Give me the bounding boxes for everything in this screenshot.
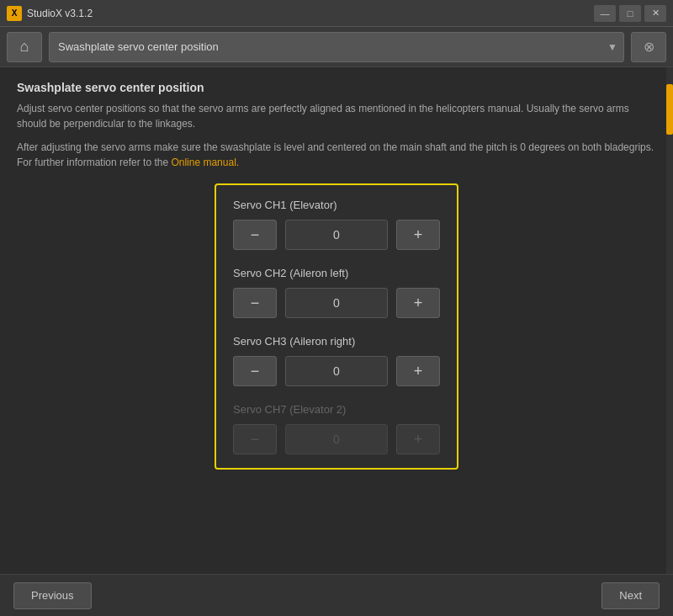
page-dropdown[interactable]: Swashplate servo center position <box>49 32 624 62</box>
main-content: Swashplate servo center position Adjust … <box>0 67 673 574</box>
next-button[interactable]: Next <box>601 582 660 609</box>
servo-ch1-minus-button[interactable]: − <box>233 220 277 250</box>
servo-label-ch3: Servo CH3 (Aileron right) <box>233 335 440 348</box>
home-button[interactable]: ⌂ <box>7 32 42 62</box>
dropdown-wrapper: Swashplate servo center position ▼ <box>49 32 624 62</box>
bottom-bar: Previous Next <box>0 574 673 616</box>
servo-box: Servo CH1 (Elevator) − 0 + Servo CH2 (Ai… <box>215 183 458 470</box>
servo-group-ch3: Servo CH3 (Aileron right) − 0 + <box>233 335 440 386</box>
servo-ch3-plus-button[interactable]: + <box>396 356 440 386</box>
close-button[interactable]: ✕ <box>644 5 666 22</box>
app-title: StudioX v3.1.2 <box>27 8 93 19</box>
settings-button[interactable]: ⊗ <box>631 32 666 62</box>
servo-label-ch7: Servo CH7 (Elevator 2) <box>233 403 440 416</box>
servo-label-ch1: Servo CH1 (Elevator) <box>233 199 440 211</box>
home-icon: ⌂ <box>20 38 29 56</box>
titlebar-controls: — □ ✕ <box>594 5 666 22</box>
titlebar: X StudioX v3.1.2 — □ ✕ <box>0 0 673 27</box>
servo-ch7-minus-button: − <box>233 424 277 454</box>
servo-controls-ch1: − 0 + <box>233 220 440 250</box>
servo-group-ch7: Servo CH7 (Elevator 2) − 0 + <box>233 403 440 454</box>
titlebar-left: X StudioX v3.1.2 <box>7 6 93 21</box>
servo-ch7-value: 0 <box>285 424 388 454</box>
toolbar: ⌂ Swashplate servo center position ▼ ⊗ <box>0 27 673 67</box>
servo-controls-ch2: − 0 + <box>233 288 440 318</box>
servo-ch1-plus-button[interactable]: + <box>396 220 440 250</box>
servo-controls-ch3: − 0 + <box>233 356 440 386</box>
previous-button[interactable]: Previous <box>13 582 92 609</box>
scrollbar-track <box>666 67 673 574</box>
servo-controls-ch7: − 0 + <box>233 424 440 454</box>
servo-ch1-value: 0 <box>285 220 388 250</box>
servo-ch2-value: 0 <box>285 288 388 318</box>
description-1: Adjust servo center positions so that th… <box>17 101 656 131</box>
minimize-button[interactable]: — <box>594 5 616 22</box>
servo-group-ch2: Servo CH2 (Aileron left) − 0 + <box>233 267 440 318</box>
description-2: After adjusting the servo arms make sure… <box>17 140 656 170</box>
servo-ch7-plus-button: + <box>396 424 440 454</box>
servo-ch3-minus-button[interactable]: − <box>233 356 277 386</box>
servo-group-ch1: Servo CH1 (Elevator) − 0 + <box>233 199 440 250</box>
page-title: Swashplate servo center position <box>17 81 656 94</box>
maximize-button[interactable]: □ <box>619 5 641 22</box>
servo-label-ch2: Servo CH2 (Aileron left) <box>233 267 440 279</box>
settings-icon: ⊗ <box>644 39 654 55</box>
online-manual-link[interactable]: Online manual. <box>171 157 239 168</box>
app-icon: X <box>7 6 22 21</box>
servo-ch3-value: 0 <box>285 356 388 386</box>
scrollbar-thumb[interactable] <box>666 84 673 135</box>
servo-ch2-plus-button[interactable]: + <box>396 288 440 318</box>
servo-ch2-minus-button[interactable]: − <box>233 288 277 318</box>
